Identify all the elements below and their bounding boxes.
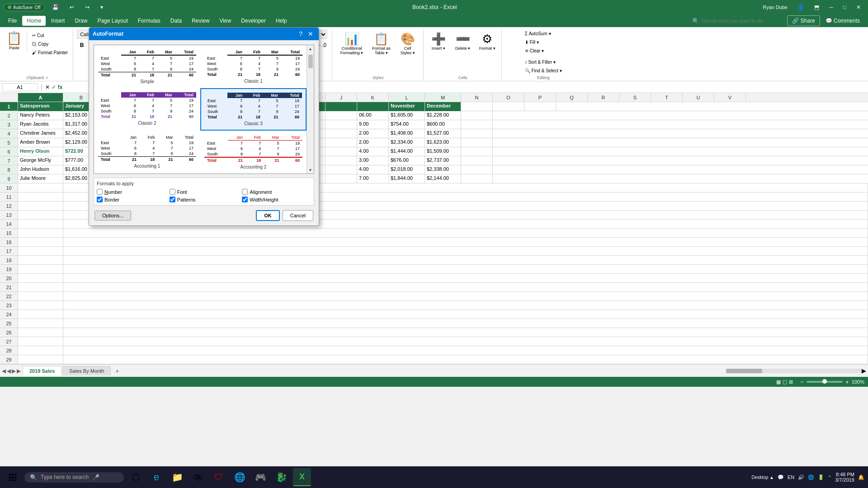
widthheight-checkbox-text: Width/Height <box>250 197 278 202</box>
scroll-up-arrow[interactable]: ▲ <box>307 45 314 52</box>
font-checkbox-label[interactable]: Font <box>170 189 239 195</box>
accounting1-label: Accounting 1 <box>98 164 196 169</box>
border-checkbox-text: Border <box>104 197 119 202</box>
ok-button[interactable]: OK <box>256 210 280 221</box>
alignment-checkbox-text: Alignment <box>250 189 272 195</box>
scroll-thumb-area <box>307 52 314 166</box>
widthheight-checkbox[interactable] <box>242 197 248 202</box>
dialog-titlebar: AutoFormat ? ✕ <box>89 28 319 40</box>
border-checkbox-label[interactable]: Border <box>97 197 166 202</box>
classic1-preview-table: JanFebMarTotal East77519 West64717 South… <box>204 49 302 77</box>
alignment-checkbox[interactable] <box>242 189 248 195</box>
patterns-checkbox-label[interactable]: Patterns <box>170 197 239 202</box>
preview-item-classic3[interactable]: JanFebMarTotal East77519 West64717 South… <box>200 88 307 131</box>
preview-item-accounting2[interactable]: JanFebMarTotal East77519 West64717 South… <box>200 131 307 174</box>
number-checkbox-text: Number <box>104 189 122 195</box>
formats-to-apply-title: Formats to apply <box>97 181 311 186</box>
classic1-label: Classic 1 <box>204 79 302 84</box>
widthheight-checkbox-label[interactable]: Width/Height <box>242 197 311 202</box>
autoformat-dialog: AutoFormat ? ✕ JanFebMarTotal East77519 … <box>89 27 319 226</box>
classic2-label: Classic 2 <box>98 121 196 126</box>
preview-scroll-container: JanFebMarTotal East77519 West64717 South… <box>94 45 314 174</box>
border-checkbox[interactable] <box>97 197 103 202</box>
preview-item-classic1[interactable]: JanFebMarTotal East77519 West64717 South… <box>200 45 307 88</box>
dialog-help-button[interactable]: ? <box>297 30 304 38</box>
formats-checkboxes-grid: Number Font Alignment Border Patterns <box>97 189 311 202</box>
dialog-action-buttons: OK Cancel <box>256 210 313 221</box>
font-checkbox-text: Font <box>177 189 187 195</box>
acct2-preview-table: JanFebMarTotal East77519 West64717 South… <box>204 135 302 163</box>
scroll-thumb[interactable] <box>308 55 313 68</box>
simple-label: Simple <box>98 79 196 84</box>
preview-scrollbar[interactable]: ▲ ▼ <box>307 45 314 174</box>
options-button[interactable]: Options... <box>94 211 131 221</box>
cancel-button[interactable]: Cancel <box>283 210 313 221</box>
patterns-checkbox-text: Patterns <box>177 197 196 202</box>
preview-grid: JanFebMarTotal East77519 West64717 South… <box>94 45 307 174</box>
formats-to-apply-section: Formats to apply Number Font Alignment B… <box>94 178 314 206</box>
alignment-checkbox-label[interactable]: Alignment <box>242 189 311 195</box>
classic3-preview-table: JanFebMarTotal East77519 West64717 South… <box>205 93 302 120</box>
classic2-preview-table: JanFebMarTotal East77519 West64717 South… <box>98 92 196 119</box>
dialog-body: JanFebMarTotal East77519 West64717 South… <box>89 40 319 225</box>
preview-item-accounting1[interactable]: JanFebMarTotal East77519 West64717 South… <box>94 131 200 174</box>
preview-item-simple[interactable]: JanFebMarTotal East77519 West64717 South… <box>94 45 200 88</box>
dialog-title: AutoFormat <box>93 31 123 37</box>
scroll-down-arrow[interactable]: ▼ <box>307 166 314 174</box>
dialog-footer: Options... OK Cancel <box>94 210 314 221</box>
accounting2-label: Accounting 2 <box>204 164 302 169</box>
number-checkbox[interactable] <box>97 189 103 195</box>
classic3-label: Classic 3 <box>205 121 302 126</box>
patterns-checkbox[interactable] <box>170 197 175 202</box>
dialog-close-button[interactable]: ✕ <box>306 30 315 38</box>
dialog-overlay: AutoFormat ? ✕ JanFebMarTotal East77519 … <box>0 0 868 488</box>
simple-preview-table: JanFebMarTotal East77519 West64717 South… <box>98 49 196 78</box>
preview-item-classic2[interactable]: JanFebMarTotal East77519 West64717 South… <box>94 88 200 131</box>
acct1-preview-table: JanFebMarTotal East77519 West64717 South… <box>98 135 196 162</box>
font-checkbox[interactable] <box>170 189 175 195</box>
number-checkbox-label[interactable]: Number <box>97 189 166 195</box>
